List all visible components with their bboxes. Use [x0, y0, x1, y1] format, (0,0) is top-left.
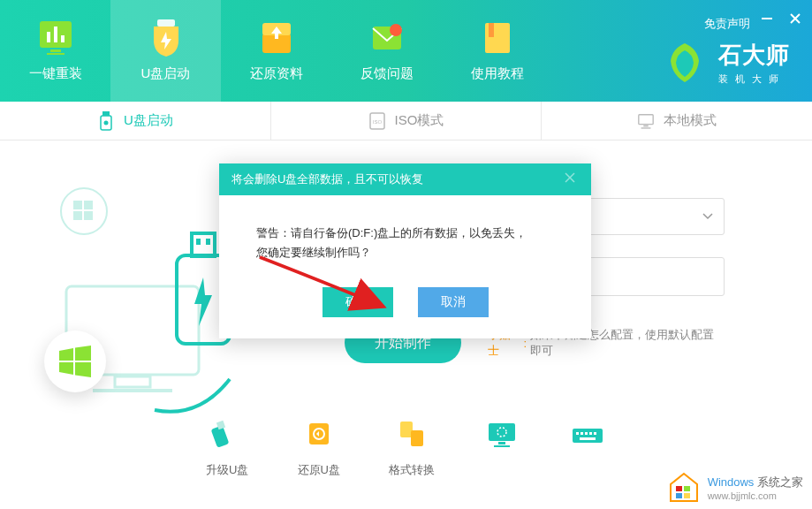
svg-rect-54 — [684, 493, 690, 498]
svg-rect-32 — [196, 239, 201, 245]
book-icon — [480, 19, 515, 57]
svg-rect-20 — [643, 125, 648, 126]
convert-icon — [393, 418, 430, 450]
modal-warning-line2: 您确定要继续制作吗？ — [256, 243, 554, 262]
svg-rect-45 — [576, 432, 579, 435]
svg-rect-51 — [676, 486, 682, 491]
svg-rect-40 — [489, 423, 515, 441]
bottom-actions: 升级U盘 还原U盘 格式转换 — [0, 418, 812, 478]
modal-warning-line1: 警告：请自行备份(D:F:)盘上的所有数据，以免丢失， — [256, 224, 554, 243]
svg-rect-26 — [84, 211, 93, 220]
tab-tutorial[interactable]: 使用教程 — [442, 0, 552, 102]
keyboard-icon — [569, 418, 606, 450]
sub-tab-label: 本地模式 — [664, 112, 717, 129]
svg-rect-42 — [498, 442, 505, 444]
svg-rect-49 — [594, 432, 596, 435]
chevron-down-icon — [702, 213, 713, 220]
action-item-4[interactable] — [483, 418, 520, 478]
svg-rect-7 — [157, 19, 175, 27]
svg-rect-47 — [585, 432, 588, 435]
svg-rect-29 — [93, 389, 172, 392]
tab-usb-boot[interactable]: U盘启动 — [110, 0, 221, 102]
tab-feedback[interactable]: 反馈问题 — [331, 0, 442, 102]
svg-rect-50 — [580, 437, 596, 440]
svg-rect-44 — [573, 429, 603, 443]
svg-point-11 — [390, 24, 402, 36]
brand-title: 石大师 — [718, 40, 790, 71]
sub-tab-label: ISO模式 — [395, 112, 444, 129]
svg-rect-6 — [47, 53, 65, 55]
shield-usb-icon — [148, 19, 184, 57]
svg-rect-4 — [61, 35, 65, 42]
windows-house-icon — [667, 471, 701, 505]
svg-rect-46 — [581, 432, 583, 435]
modal-title: 将会删除U盘全部数据，且不可以恢复 — [231, 171, 423, 187]
nav-label: 一键重装 — [29, 65, 82, 82]
action-restore-usb[interactable]: 还原U盘 — [298, 418, 340, 478]
svg-rect-3 — [54, 27, 57, 42]
svg-rect-31 — [192, 233, 215, 256]
action-format-convert[interactable]: 格式转换 — [389, 418, 435, 478]
svg-point-16 — [103, 120, 108, 125]
action-label: 还原U盘 — [298, 462, 340, 478]
usb-upgrade-icon — [209, 418, 246, 450]
action-item-5[interactable] — [569, 418, 606, 478]
tab-reinstall[interactable]: 一键重装 — [0, 0, 110, 102]
modal-header: 将会删除U盘全部数据，且不可以恢复 — [219, 163, 591, 195]
svg-rect-25 — [73, 211, 82, 220]
sub-tab-usb[interactable]: U盘启动 — [0, 102, 271, 140]
confirm-modal: 将会删除U盘全部数据，且不可以恢复 警告：请自行备份(D:F:)盘上的所有数据，… — [219, 163, 591, 338]
main-nav: 一键重装 U盘启动 还原资料 反馈问题 使用教程 — [0, 0, 552, 102]
windows-icon — [56, 342, 95, 381]
svg-rect-21 — [641, 127, 651, 128]
minimize-button[interactable] — [761, 12, 773, 25]
close-icon — [565, 172, 575, 183]
envelope-icon — [369, 19, 405, 57]
svg-rect-48 — [589, 432, 592, 435]
watermark-url: www.bjjmlc.com — [708, 490, 803, 501]
modal-body: 警告：请自行备份(D:F:)盘上的所有数据，以免丢失， 您确定要继续制作吗？ 确… — [219, 195, 591, 338]
svg-rect-38 — [400, 422, 413, 437]
restore-icon — [259, 19, 294, 57]
svg-rect-52 — [684, 486, 690, 491]
watermark-text: 系统之家 — [757, 475, 803, 489]
monitor-action-icon — [483, 418, 520, 450]
nav-label: 反馈问题 — [360, 65, 414, 82]
brand-subtitle: 装机大师 — [718, 72, 790, 86]
nav-label: 还原资料 — [250, 65, 303, 82]
svg-rect-39 — [411, 430, 423, 446]
action-upgrade-usb[interactable]: 升级U盘 — [206, 418, 248, 478]
svg-rect-53 — [676, 493, 682, 498]
svg-rect-28 — [115, 376, 150, 387]
action-label: 升级U盘 — [206, 462, 248, 478]
sub-tab-iso[interactable]: ISO ISO模式 — [271, 102, 543, 140]
usb-restore-icon — [300, 418, 338, 450]
svg-rect-5 — [50, 49, 61, 52]
tab-restore[interactable]: 还原资料 — [221, 0, 331, 102]
disclaimer-link[interactable]: 免责声明 — [704, 16, 750, 32]
bar-chart-icon — [38, 19, 73, 57]
modal-close-button[interactable] — [565, 172, 579, 186]
usb-icon — [97, 111, 115, 131]
sub-tabs: U盘启动 ISO ISO模式 本地模式 — [0, 102, 812, 141]
svg-text:ISO: ISO — [372, 119, 382, 125]
svg-rect-19 — [639, 114, 653, 124]
modal-confirm-button[interactable]: 确定 — [323, 287, 393, 317]
svg-rect-24 — [84, 201, 93, 209]
svg-rect-13 — [489, 23, 494, 37]
svg-rect-33 — [206, 239, 210, 245]
brand-logo-icon — [662, 40, 708, 86]
sub-tab-local[interactable]: 本地模式 — [542, 102, 812, 140]
close-button[interactable] — [789, 12, 801, 25]
windows-fab[interactable] — [44, 330, 106, 392]
svg-rect-2 — [47, 32, 50, 42]
modal-cancel-button[interactable]: 取消 — [418, 287, 489, 317]
monitor-icon — [637, 111, 655, 131]
action-label: 格式转换 — [389, 462, 435, 478]
watermark: Windows 系统之家 www.bjjmlc.com — [667, 471, 803, 505]
nav-label: U盘启动 — [141, 65, 191, 82]
svg-rect-0 — [762, 18, 772, 19]
brand: 石大师 装机大师 — [662, 40, 790, 86]
svg-rect-23 — [73, 201, 82, 209]
nav-label: 使用教程 — [471, 65, 524, 82]
